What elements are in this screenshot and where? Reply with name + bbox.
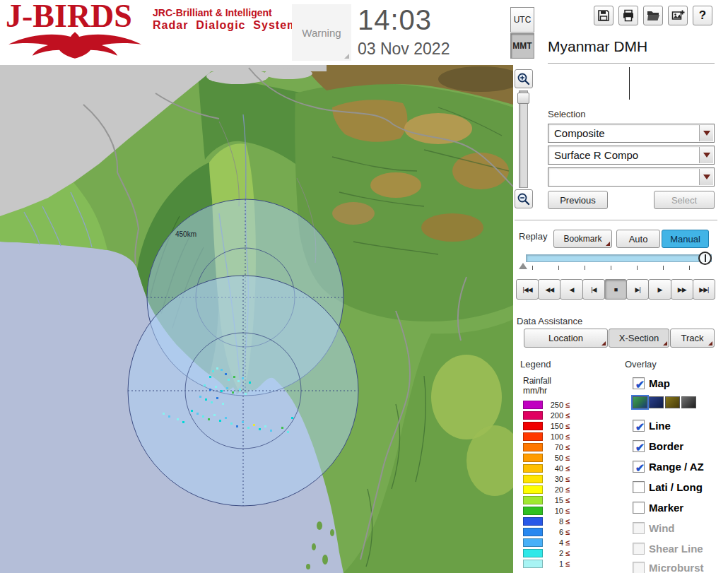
chevron-down-icon[interactable]	[699, 147, 713, 163]
zoom-slider-track[interactable]	[519, 90, 528, 188]
product-select-value: Composite	[554, 127, 605, 139]
previous-button[interactable]: Previous	[548, 191, 608, 209]
legend-le-symbol: ≤	[565, 401, 570, 409]
slider-tick	[637, 266, 638, 270]
map-style-option-2[interactable]	[649, 396, 664, 408]
capture-image-button[interactable]	[668, 6, 688, 25]
wind-checkbox	[633, 522, 645, 534]
legend-row: 20≤	[523, 485, 587, 494]
x-section-button[interactable]: X-Section	[609, 329, 669, 348]
step-back-button[interactable]: |◀	[582, 279, 605, 300]
zoom-in-button[interactable]	[515, 69, 533, 88]
microburst-checkbox	[633, 562, 645, 573]
legend-color-swatch	[523, 496, 543, 504]
marker-checkbox[interactable]	[633, 502, 645, 514]
legend-row: 250≤	[523, 400, 587, 409]
help-button[interactable]: ?	[693, 6, 712, 25]
utc-toggle-button[interactable]: UTC	[510, 7, 534, 33]
dropdown-corner-icon	[663, 341, 667, 345]
overlay-label-marker: Marker	[649, 502, 683, 514]
location-button[interactable]: Location	[524, 329, 608, 348]
legend-row: 2≤	[523, 548, 587, 557]
slider-tick	[663, 266, 664, 270]
product-select[interactable]: Composite	[548, 124, 715, 143]
legend-row: 1≤	[523, 559, 587, 568]
auto-mode-button[interactable]: Auto	[616, 230, 660, 248]
checkmark-icon: ✔	[635, 380, 645, 389]
eagle-logo-icon	[4, 31, 146, 59]
slider-tick	[689, 266, 690, 270]
legend-value: 15	[543, 496, 565, 504]
range-az-checkbox[interactable]: ✔	[633, 461, 645, 473]
select-button[interactable]: Select	[654, 191, 715, 209]
clock-time: 14:03	[358, 4, 432, 36]
play-reverse-button[interactable]: ◀	[560, 279, 582, 300]
border-checkbox[interactable]: ✔	[633, 440, 645, 452]
manual-mode-button[interactable]: Manual	[662, 230, 709, 248]
print-button[interactable]	[618, 6, 638, 25]
stop-button[interactable]: ■	[604, 279, 627, 300]
overlay-row-lati-long: Lati / Long	[633, 480, 703, 494]
replay-slider-thumb[interactable]	[698, 252, 712, 265]
legend-value: 50	[543, 454, 565, 462]
x-section-label: X-Section	[619, 333, 659, 343]
bookmark-button[interactable]: Bookmark	[553, 230, 612, 248]
extra-select[interactable]	[548, 167, 715, 187]
legend-row: 4≤	[523, 538, 587, 547]
image-add-icon	[671, 8, 685, 23]
fast-rewind-button[interactable]: ◀◀	[538, 279, 560, 300]
save-button[interactable]	[594, 6, 613, 25]
lati-long-checkbox[interactable]	[633, 481, 645, 493]
skip-to-end-button[interactable]: ▶▶|	[693, 279, 715, 300]
map-style-option-4[interactable]	[681, 396, 696, 408]
overlay-label-line: Line	[649, 420, 671, 432]
legend-color-swatch	[523, 475, 543, 483]
legend-value: 70	[543, 443, 565, 451]
skip-to-start-button[interactable]: |◀◀	[516, 279, 539, 300]
zoom-slider-thumb[interactable]	[517, 93, 529, 104]
dropdown-corner-icon	[601, 341, 606, 345]
type-select[interactable]: Surface R Compo	[548, 146, 715, 165]
line-checkbox[interactable]: ✔	[633, 420, 645, 432]
legend-le-symbol: ≤	[565, 538, 570, 547]
chevron-down-icon[interactable]	[699, 125, 713, 141]
legend-unit-line2: mm/hr	[523, 386, 547, 396]
legend-le-symbol: ≤	[565, 432, 570, 441]
overlay-row-microburst: Microburst	[633, 560, 704, 573]
mmt-toggle-button[interactable]: MMT	[510, 33, 534, 59]
overlay-row-shear-line: Shear Line	[633, 541, 703, 555]
legend-le-symbol: ≤	[565, 549, 570, 557]
replay-slider-track[interactable]	[526, 254, 712, 262]
open-folder-button[interactable]	[643, 6, 663, 25]
overlay-label-shear-line: Shear Line	[649, 543, 703, 555]
legend-color-swatch	[523, 432, 543, 441]
slider-tick	[558, 266, 559, 270]
overlay-row-line: ✔ Line	[633, 418, 671, 432]
logo-subtitle-1: JRC-Brilliant & Intelligent	[153, 7, 272, 18]
replay-position-marker	[519, 263, 527, 269]
play-button[interactable]: ▶	[648, 279, 671, 300]
radar-map[interactable]: 450km	[0, 65, 513, 573]
overlay-label-border: Border	[649, 440, 683, 452]
warning-label: Warning	[302, 27, 341, 39]
warning-button[interactable]: Warning	[292, 4, 351, 61]
overlay-label-microburst: Microburst	[649, 562, 704, 573]
playback-controls: |◀◀ ◀◀ ◀ |◀ ■ ▶| ▶ ▶▶ ▶▶|	[516, 279, 715, 300]
location-label: Location	[548, 333, 583, 343]
legend-row: 15≤	[523, 495, 587, 504]
map-style-option-1[interactable]	[633, 396, 647, 408]
map-style-option-3[interactable]	[665, 396, 680, 408]
zoom-out-button[interactable]	[515, 189, 533, 208]
overlay-row-range-az: ✔ Range / AZ	[633, 459, 704, 473]
dropdown-corner-icon	[708, 341, 712, 345]
fast-forward-button[interactable]: ▶▶	[671, 279, 693, 300]
type-select-value: Surface R Compo	[554, 149, 638, 161]
checkmark-icon: ✔	[635, 423, 645, 432]
map-checkbox[interactable]: ✔	[633, 377, 645, 389]
selection-section-label: Selection	[548, 109, 585, 119]
checkmark-icon: ✔	[635, 443, 645, 452]
chevron-down-icon[interactable]	[699, 169, 713, 185]
track-button[interactable]: Track	[670, 329, 715, 348]
overlay-row-border: ✔ Border	[633, 439, 683, 453]
step-forward-button[interactable]: ▶|	[626, 279, 649, 300]
